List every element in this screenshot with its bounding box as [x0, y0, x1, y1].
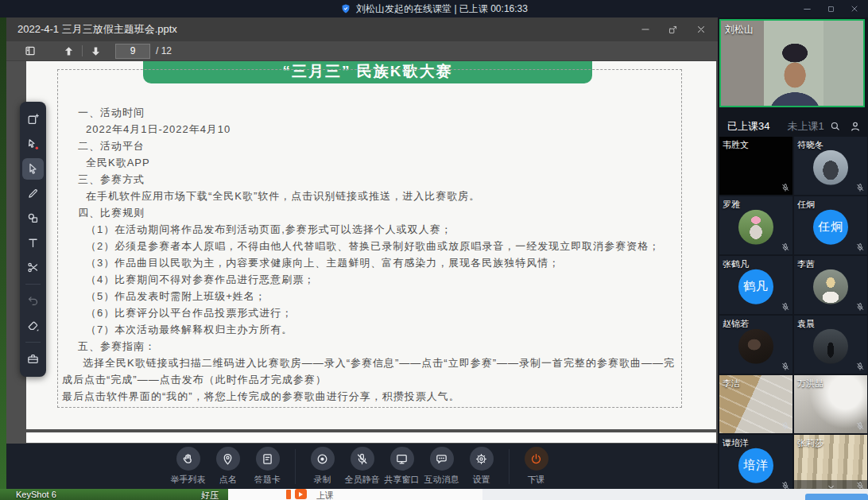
- slide-text-line: 一、活动时间: [62, 104, 680, 121]
- tool-toolbox-icon[interactable]: [22, 348, 44, 370]
- student-video-tile[interactable]: 谭培洋培洋: [719, 435, 792, 489]
- window-minimize-button[interactable]: [801, 3, 812, 14]
- tool-select-icon[interactable]: [22, 158, 44, 180]
- ppt-popout-button[interactable]: [667, 24, 679, 36]
- page-total-label: / 12: [156, 45, 172, 56]
- mic-muted-icon: [781, 183, 790, 192]
- next-page-button[interactable]: [89, 45, 103, 58]
- mic-muted-icon: [781, 421, 790, 431]
- mic-muted-icon: [855, 302, 865, 312]
- avatar: 任炯: [813, 209, 848, 244]
- avatar: 培洋: [738, 448, 773, 483]
- toolbar-button-label: 点名: [219, 474, 237, 486]
- ppt-viewer-window: 2022-4-1 三月三放假主题班会.pptx / 12 “三月三” 民族K歌大…: [6, 17, 718, 489]
- slide-text-line: 四、比赛规则: [62, 204, 680, 221]
- search-icon[interactable]: [829, 120, 841, 132]
- member-person-icon[interactable]: [849, 120, 862, 133]
- annotation-tool-palette: [20, 102, 46, 377]
- student-video-tile[interactable]: 韦胜文: [719, 137, 792, 195]
- record-button[interactable]: 录制: [303, 447, 343, 486]
- slide-text-line: （4）比赛期间不得对参赛作品进行恶意刷票；: [62, 271, 680, 288]
- toolbar-divider: [295, 449, 296, 484]
- desktop-icon-label-haozip: 好压: [201, 490, 219, 500]
- toolbar-button-label: 录制: [314, 474, 331, 486]
- toolbar-button-label: 设置: [473, 474, 490, 486]
- share-window-icon: [390, 447, 414, 471]
- tool-new-page-icon[interactable]: [22, 109, 44, 130]
- student-name-label: 袁晨: [797, 318, 815, 330]
- slide-text-line: （2）必须是参赛者本人原唱，不得由他人代替唱歌、替换已录制好歌曲或放原唱录音，一…: [62, 238, 680, 254]
- system-title-bar: 刘松山发起的在线课堂 | 已上课 00:16:33: [0, 0, 868, 17]
- tool-text-icon[interactable]: [22, 232, 44, 254]
- mic-muted-icon: [855, 242, 865, 252]
- student-video-tile[interactable]: 赵锦若: [719, 316, 792, 374]
- desktop-bottom-strip: KeyShot 6 好压 上课: [0, 489, 868, 500]
- tool-laser-pointer-icon[interactable]: [22, 134, 44, 155]
- background-window-white: [228, 489, 482, 500]
- toolbar-button-label: 举手列表: [171, 474, 206, 486]
- ppt-minimize-button[interactable]: [639, 24, 651, 36]
- student-name-label: 罗雅: [723, 199, 740, 211]
- ppt-file-name: 2022-4-1 三月三放假主题班会.pptx: [17, 22, 177, 37]
- page-number-input[interactable]: [115, 44, 150, 59]
- student-name-label: 张鹤凡: [723, 258, 749, 270]
- settings-button[interactable]: 设置: [462, 447, 502, 486]
- avatar: [738, 209, 773, 244]
- raise-hand-list-button[interactable]: 举手列表: [169, 447, 208, 486]
- window-close-button[interactable]: [849, 3, 860, 14]
- slide-text-line: （3）作品曲目以民歌为主，内容要求健康向上、主题鲜明、富有感染力，展现各民族独特…: [62, 254, 680, 271]
- tab-not-in-class[interactable]: 未上课1: [787, 119, 823, 134]
- pin-person-icon: [216, 447, 240, 471]
- next-slide-preview-edge: [26, 432, 716, 443]
- toolbar-divider: [509, 449, 510, 484]
- slide-page: “三月三” 民族K歌大赛 一、活动时间2022年4月1日-2022年4月10二、…: [26, 61, 716, 429]
- slide-text-line: 选择全民K歌链接或扫描二维码进入比赛歌房——录入“参赛信息”——点击“立即参赛”…: [62, 355, 680, 388]
- slide-document-area[interactable]: “三月三” 民族K歌大赛 一、活动时间2022年4月1日-2022年4月10二、…: [6, 61, 718, 444]
- toolbar-button-label: 共享窗口: [385, 474, 420, 486]
- end-class-button[interactable]: 下课: [517, 447, 556, 486]
- tool-pen-icon[interactable]: [22, 183, 44, 204]
- student-name-label: 张莉莎: [797, 437, 823, 449]
- background-window-blue-element: [805, 494, 868, 500]
- mute-all-button[interactable]: 全员静音: [343, 447, 382, 486]
- roll-call-button[interactable]: 点名: [208, 447, 248, 486]
- thumbnail-panel-toggle-icon[interactable]: [24, 45, 37, 57]
- toolbar-button-label: 答题卡: [254, 474, 281, 486]
- student-video-tile[interactable]: 袁晨: [794, 316, 867, 374]
- member-tabs: 已上课34 未上课1: [718, 115, 868, 137]
- student-name-label: 任炯: [797, 199, 815, 211]
- tool-divider: [25, 342, 41, 343]
- tool-eraser-icon[interactable]: [22, 315, 44, 336]
- answer-card-button[interactable]: 答题卡: [248, 447, 288, 486]
- student-video-tile[interactable]: 符晓冬: [794, 137, 867, 195]
- mic-muted-icon: [781, 362, 790, 371]
- tool-cut-icon[interactable]: [22, 257, 44, 278]
- slide-text-line: 在手机软件应用市场下载“全民K歌”软件，点击识别链接或推送，进入比赛歌房。: [62, 188, 680, 204]
- tool-undo-icon[interactable]: [22, 290, 44, 312]
- student-video-tile[interactable]: 万洪喆: [794, 375, 867, 433]
- tool-shapes-icon[interactable]: [22, 207, 44, 229]
- student-video-tile[interactable]: 张鹤凡鹤凡: [719, 256, 792, 314]
- ppt-close-button[interactable]: [695, 24, 707, 36]
- interactive-messages-button[interactable]: 互动消息: [422, 447, 462, 486]
- toolbar-button-label: 下课: [528, 474, 545, 486]
- share-window-button[interactable]: 共享窗口: [382, 447, 422, 486]
- student-video-tile[interactable]: 李茜: [794, 256, 867, 314]
- tab-in-class[interactable]: 已上课34: [727, 119, 769, 134]
- chat-icon: [430, 447, 454, 471]
- slide-text-line: （1）在活动期间将作品发布到活动页面,参赛形式可以选择个人或双人赛；: [62, 221, 680, 238]
- window-maximize-button[interactable]: [825, 3, 836, 14]
- student-video-tile[interactable]: 罗雅: [719, 196, 792, 254]
- mic-muted-icon: [855, 421, 865, 431]
- card-icon: [256, 447, 280, 471]
- toolbar-button-label: 全员静音: [345, 474, 380, 486]
- student-video-tile[interactable]: 张莉莎: [794, 435, 867, 489]
- previous-page-button[interactable]: [62, 45, 76, 58]
- slide-text-line: （5）作品发表时需附上班级+姓名；: [62, 288, 680, 304]
- student-video-tile[interactable]: 李洁: [719, 375, 792, 433]
- hand-icon: [176, 447, 200, 471]
- student-video-tile[interactable]: 任炯任炯: [794, 196, 867, 254]
- tool-divider: [25, 284, 41, 285]
- teacher-video-tile[interactable]: 刘松山: [719, 19, 865, 107]
- mic-mute-icon: [351, 447, 374, 471]
